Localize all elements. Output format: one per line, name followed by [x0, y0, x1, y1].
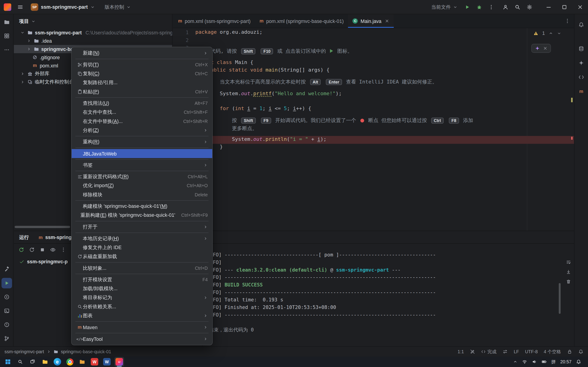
menu-item[interactable]: 复制(C)Ctrl+C	[72, 69, 212, 78]
tree-item[interactable]: ssm-springmvc-partC:\Users\adouz\IdeaPro…	[14, 28, 172, 37]
refresh-icon[interactable]	[29, 247, 35, 253]
menu-item[interactable]: 新建(N)	[72, 49, 212, 58]
clock[interactable]: 20:57	[560, 359, 571, 365]
tab-options-icon[interactable]	[564, 18, 570, 24]
volume-icon[interactable]	[532, 359, 537, 365]
menu-item[interactable]: 在文件中查找...Ctrl+Shift+F	[72, 108, 212, 117]
tool-window-terminal-icon[interactable]	[1, 306, 12, 316]
menu-item[interactable]: 在文件中替换(A)...Ctrl+Shift+R	[72, 117, 212, 126]
menu-item[interactable]: 加载/卸载模块...	[72, 284, 212, 293]
menu-item[interactable]: 移除模块Delete	[72, 190, 212, 199]
line-number[interactable]: 2	[173, 36, 189, 44]
menu-item[interactable]: 优化 import(Z)Ctrl+Alt+O	[72, 181, 212, 190]
chevron-right-icon[interactable]	[26, 47, 32, 51]
taskbar-app-word[interactable]: W	[102, 357, 112, 367]
project-hscrollbar[interactable]	[15, 226, 70, 228]
taskbar-app-search[interactable]	[15, 357, 25, 367]
stop-icon[interactable]	[39, 247, 45, 253]
main-menu-icon[interactable]	[15, 2, 26, 12]
menu-item[interactable]: 构建模块 'springmvc-base-quick-01'(M)	[72, 202, 212, 211]
tool-window-problems-icon[interactable]	[1, 319, 12, 330]
menu-item[interactable]: 修复文件上的 IDE	[72, 243, 212, 252]
code-editor[interactable]: 123456789101112131415 package org.eu.ado…	[173, 28, 574, 231]
more-actions-icon[interactable]	[488, 4, 494, 10]
breadcrumb-module[interactable]: springmvc-base-quick-01	[61, 349, 111, 354]
battery-icon[interactable]	[542, 359, 547, 365]
console-scrollbar[interactable]	[559, 283, 561, 314]
clear-console-icon[interactable]	[566, 279, 571, 284]
debug-button[interactable]	[476, 4, 482, 10]
run-more-icon[interactable]	[61, 247, 66, 253]
chevron-right-icon[interactable]	[26, 39, 32, 43]
line-separator-widget[interactable]: LF	[514, 349, 519, 354]
run-button[interactable]	[464, 4, 470, 10]
inspection-widget[interactable]: 1	[533, 30, 561, 36]
breadcrumb-project[interactable]: ssm-springmvc-part	[5, 349, 44, 354]
taskbar-app-intellij-idea[interactable]: IJ	[114, 357, 124, 367]
menu-item[interactable]: 查找用法(U)Alt+F7	[72, 99, 212, 108]
tool-window-maven-icon[interactable]: m	[576, 86, 587, 97]
notifications-icon[interactable]	[578, 349, 584, 354]
tray-expand-icon[interactable]	[513, 359, 518, 364]
menu-item[interactable]: 重新构建(E) 模块 'springmvc-base-quick-01'Ctrl…	[72, 211, 212, 220]
cursor-position[interactable]: 1:1	[458, 349, 464, 354]
menu-item[interactable]: 从磁盘重新加载	[72, 252, 212, 261]
scroll-to-end-icon[interactable]	[566, 269, 571, 275]
menu-item[interactable]: 打开模块设置F4	[72, 275, 212, 284]
taskbar-app-chrome[interactable]	[65, 357, 74, 367]
tool-window-run-icon[interactable]	[1, 278, 12, 288]
taskbar-app-start[interactable]	[3, 357, 13, 367]
console-output[interactable]: [INFO] --------------------------------[…	[204, 253, 558, 346]
menu-item[interactable]: 重构(R)	[72, 137, 212, 146]
encoding-widget[interactable]: UTF-8	[525, 349, 538, 354]
taskbar-app-folder[interactable]	[77, 357, 87, 367]
menu-item[interactable]: 剪切(T)Ctrl+X	[72, 60, 212, 69]
menu-item[interactable]: 打开于	[72, 223, 212, 232]
analysis-widget[interactable]: 完成	[481, 348, 497, 355]
chevron-down-icon[interactable]	[20, 30, 25, 35]
taskbar-app-task-view[interactable]	[28, 357, 37, 367]
line-number[interactable]: 1	[173, 29, 189, 36]
user-account-icon[interactable]	[502, 4, 509, 10]
soft-wrap-icon[interactable]	[566, 259, 571, 265]
search-everywhere-icon[interactable]	[515, 4, 520, 10]
tool-window-documentation-icon[interactable]	[576, 72, 587, 82]
window-minimize-button[interactable]	[541, 0, 556, 14]
chevron-right-icon[interactable]	[20, 72, 25, 76]
tree-item[interactable]: .idea	[14, 37, 172, 45]
tool-window-version-control-icon[interactable]	[1, 333, 12, 344]
breadcrumb[interactable]: ssm-springmvc-part springmvc-base-quick-…	[5, 349, 111, 354]
tool-window-build-icon[interactable]	[1, 264, 12, 275]
menu-item[interactable]: 图表	[72, 311, 212, 320]
menu-item[interactable]: 粘贴(P)Ctrl+V	[72, 87, 212, 96]
tool-window-database-icon[interactable]	[576, 43, 587, 54]
tool-window-project-icon[interactable]	[1, 17, 12, 27]
floating-editor-widget[interactable]	[531, 44, 551, 53]
indent-widget[interactable]: 4 个空格	[544, 348, 561, 355]
tray-notifications-icon[interactable]	[576, 359, 581, 365]
menu-item[interactable]: 重新设置代码格式(R)Ctrl+Alt+L	[72, 172, 212, 181]
menu-item[interactable]: 复制路径/引用...	[72, 78, 212, 87]
editor-tab[interactable]: mpom.xml (ssm-springmvc-part)	[174, 14, 255, 28]
taskbar-app-wps[interactable]: W	[90, 357, 99, 367]
menu-item[interactable]: </>EasyTool	[72, 334, 212, 343]
chevron-right-icon[interactable]	[20, 80, 25, 84]
prev-problem-icon[interactable]	[549, 31, 553, 35]
settings-icon[interactable]	[527, 4, 532, 10]
menu-item[interactable]: 分析依赖关系...	[72, 302, 212, 311]
editor-tab[interactable]: mpom.xml (springmvc-base-quick-01)	[255, 14, 348, 28]
close-tab-icon[interactable]	[385, 19, 389, 23]
lock-icon[interactable]	[567, 349, 572, 354]
taskbar-app-file-explorer[interactable]	[40, 357, 50, 367]
menu-item[interactable]: 比较对象...Ctrl+D	[72, 264, 212, 273]
inspect-output-icon[interactable]	[50, 247, 56, 253]
sync-arrows-icon[interactable]	[502, 349, 508, 354]
window-maximize-button[interactable]	[556, 0, 572, 14]
rerun-icon[interactable]	[18, 247, 24, 253]
menu-item[interactable]: 分析(Z)	[72, 126, 212, 135]
readonly-toggle-icon[interactable]	[470, 349, 475, 354]
tool-window-more-tool-windows-icon[interactable]	[1, 44, 12, 55]
tool-window-ai-assistant-icon[interactable]	[576, 58, 587, 68]
run-tab[interactable]: m ssm-springm	[39, 234, 76, 240]
menu-item[interactable]: 书签	[72, 161, 212, 169]
